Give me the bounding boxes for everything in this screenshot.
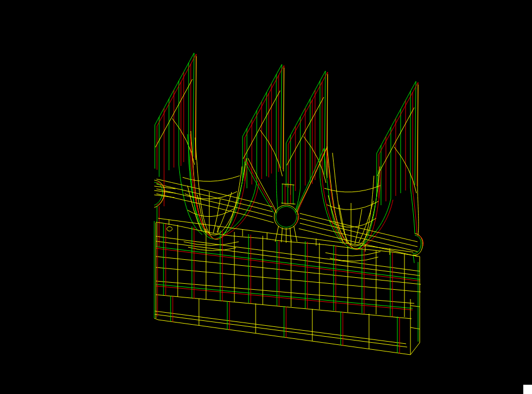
- base-vert-lower-red: [173, 296, 400, 354]
- fin1-yellow: [155, 56, 196, 165]
- base-horiz-green: [156, 247, 420, 308]
- fin3-yellow: [287, 74, 328, 183]
- fin3-red: [288, 72, 328, 191]
- fin3-green: [286, 71, 325, 195]
- fin2-yellow: [243, 68, 284, 176]
- wireframe-viewport[interactable]: [0, 0, 532, 394]
- base-vert-lower-green: [171, 296, 397, 353]
- fin2-green: [243, 64, 282, 188]
- valley1-cross: [183, 176, 240, 217]
- cad-viewport-screen: [0, 0, 532, 394]
- valley2-yellow-u: [327, 146, 380, 249]
- fin1-red: [157, 54, 196, 173]
- fin4-green: [377, 81, 416, 205]
- fin4-red: [379, 82, 418, 201]
- base-top-boundary: [156, 218, 420, 256]
- fin2-red: [245, 65, 284, 184]
- fin4-yellow: [377, 85, 418, 193]
- valley2-red-u: [327, 148, 381, 249]
- left-knot: [167, 226, 172, 231]
- hole-green-ring: [276, 206, 297, 227]
- fin1-green: [155, 53, 194, 177]
- sweep-lines: [156, 179, 418, 256]
- terminal-cursor-block: [523, 385, 532, 394]
